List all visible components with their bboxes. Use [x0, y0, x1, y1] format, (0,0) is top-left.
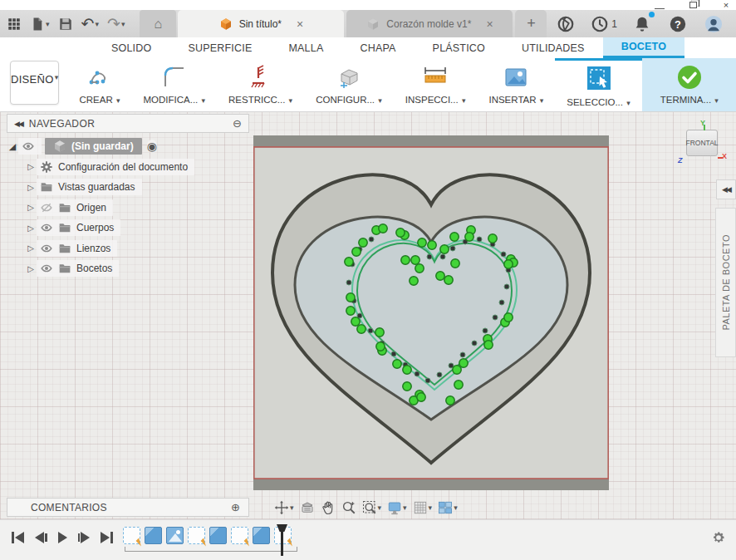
group-insertar[interactable]: INSERTAR ▾	[477, 58, 555, 111]
eye-icon[interactable]	[22, 140, 35, 153]
spline-point[interactable]	[440, 254, 445, 259]
timeline-settings-gear-icon[interactable]	[711, 530, 726, 548]
eye-off-icon[interactable]	[40, 201, 53, 214]
fit-button[interactable]: ▾	[362, 500, 382, 515]
fit-point[interactable]	[393, 360, 401, 368]
fit-point[interactable]	[352, 248, 361, 256]
expand-triangle-icon[interactable]: ▷	[25, 203, 37, 212]
fit-point[interactable]	[411, 256, 420, 264]
eye-icon[interactable]	[40, 221, 53, 234]
spline-point[interactable]	[472, 341, 477, 346]
zoom-button[interactable]	[341, 500, 356, 515]
extensions-icon[interactable]	[555, 13, 577, 35]
undo-button[interactable]: ↶▾	[80, 12, 101, 35]
tab-chapa[interactable]: CHAPA	[341, 37, 414, 58]
spline-point[interactable]	[501, 252, 506, 257]
fit-point[interactable]	[504, 313, 513, 322]
spline-point[interactable]	[499, 300, 504, 305]
fit-point[interactable]	[375, 328, 384, 336]
fit-point[interactable]	[488, 234, 497, 243]
expand-triangle-icon[interactable]: ▷	[25, 224, 37, 233]
fit-point[interactable]	[428, 241, 436, 249]
tab-utilidades[interactable]: UTILIDADES	[503, 37, 603, 58]
fit-point[interactable]	[417, 393, 425, 401]
fit-point[interactable]	[410, 277, 418, 285]
help-button[interactable]	[667, 13, 689, 35]
spline-point[interactable]	[477, 237, 482, 242]
window-close-button[interactable]: ×	[721, 1, 731, 9]
spline-point[interactable]	[460, 352, 465, 357]
tab-superficie[interactable]: SUPERFICIE	[169, 37, 270, 58]
group-configurar[interactable]: CONFIGUR... ▾	[304, 58, 394, 111]
timeline-feature-extrude-icon[interactable]	[253, 527, 270, 544]
step-forward-button[interactable]	[78, 532, 91, 543]
expand-triangle-icon[interactable]: ▷	[25, 243, 37, 253]
viewcube-front-face[interactable]: FRONTAL	[685, 139, 718, 147]
timeline-feature-sketch-icon[interactable]	[188, 527, 205, 544]
tree-row-root[interactable]: ◢ (Sin guardar) ◉	[7, 136, 249, 156]
timeline-feature-extrude-icon[interactable]	[209, 527, 227, 544]
spline-point[interactable]	[437, 372, 442, 377]
group-restricciones[interactable]: RESTRICC... ▾	[217, 58, 304, 111]
grid-settings-button[interactable]: ▾	[413, 500, 433, 515]
fit-point[interactable]	[346, 307, 355, 315]
viewcube[interactable]: FRONTAL	[686, 130, 718, 156]
fit-point[interactable]	[403, 366, 411, 374]
user-avatar[interactable]	[703, 13, 724, 35]
fit-point[interactable]	[376, 342, 385, 351]
fit-point[interactable]	[451, 259, 459, 268]
skip-to-end-button[interactable]	[101, 532, 113, 543]
close-tab-icon[interactable]: ×	[297, 17, 303, 31]
fit-point[interactable]	[436, 272, 444, 280]
spline-point[interactable]	[391, 351, 396, 356]
spline-point[interactable]	[483, 328, 488, 333]
fit-point[interactable]	[345, 258, 353, 266]
fit-point[interactable]	[459, 359, 468, 367]
group-modificar[interactable]: MODIFICA... ▾	[131, 58, 217, 111]
fit-point[interactable]	[504, 260, 513, 268]
timeline-playhead[interactable]	[277, 524, 287, 556]
workspace-selector-button[interactable]: DISEÑO▾	[10, 61, 59, 105]
display-settings-button[interactable]: ▾	[387, 500, 407, 515]
fit-point[interactable]	[401, 256, 410, 264]
spline-point[interactable]	[493, 315, 498, 320]
close-tab-icon[interactable]: ×	[486, 17, 493, 31]
fit-point[interactable]	[403, 382, 411, 391]
file-menu-button[interactable]: ▾	[28, 15, 52, 33]
fit-point[interactable]	[379, 224, 387, 233]
timeline-feature-sketch-icon[interactable]	[231, 527, 248, 544]
pan-button[interactable]	[321, 500, 336, 515]
job-status-button[interactable]: 1	[591, 15, 617, 33]
collapse-panel-icon[interactable]: ◀◀	[14, 120, 22, 128]
window-restore-button[interactable]	[688, 1, 698, 9]
timeline-feature-extrude-icon[interactable]	[145, 527, 162, 544]
redo-button[interactable]: ↷▾	[105, 12, 126, 35]
fit-point[interactable]	[440, 245, 449, 253]
tree-row-saved-views[interactable]: ▷ Vistas guardadas	[7, 177, 249, 197]
expand-triangle-icon[interactable]: ▷	[25, 264, 37, 273]
collapse-right-panel-button[interactable]: ◀◀	[716, 179, 736, 199]
tab-boceto[interactable]: BOCETO	[603, 37, 684, 58]
spline-point[interactable]	[450, 246, 455, 251]
comments-panel-header[interactable]: COMENTARIOS ⊕	[7, 498, 249, 517]
heart-mold-model[interactable]	[253, 135, 609, 490]
fit-point[interactable]	[454, 381, 463, 389]
play-button[interactable]	[58, 532, 67, 543]
notifications-button[interactable]	[631, 13, 653, 35]
fit-point[interactable]	[418, 238, 426, 247]
expand-triangle-icon[interactable]: ▷	[25, 183, 37, 192]
tree-row-origin[interactable]: ▷ Origen	[7, 198, 249, 218]
viewports-button[interactable]: ▾	[438, 500, 458, 515]
spline-point[interactable]	[368, 328, 373, 333]
save-button[interactable]	[56, 15, 75, 33]
spline-point[interactable]	[427, 254, 432, 259]
eye-icon[interactable]	[40, 262, 53, 275]
fit-point[interactable]	[450, 233, 459, 241]
expand-triangle-icon[interactable]: ◢	[7, 141, 18, 152]
fit-point[interactable]	[396, 228, 405, 237]
tree-row-canvases[interactable]: ▷ Lienzos	[7, 238, 249, 258]
fit-point[interactable]	[484, 341, 493, 349]
tab-solido[interactable]: SOLIDO	[93, 37, 169, 58]
fit-point[interactable]	[357, 325, 366, 333]
fit-point[interactable]	[359, 238, 367, 247]
